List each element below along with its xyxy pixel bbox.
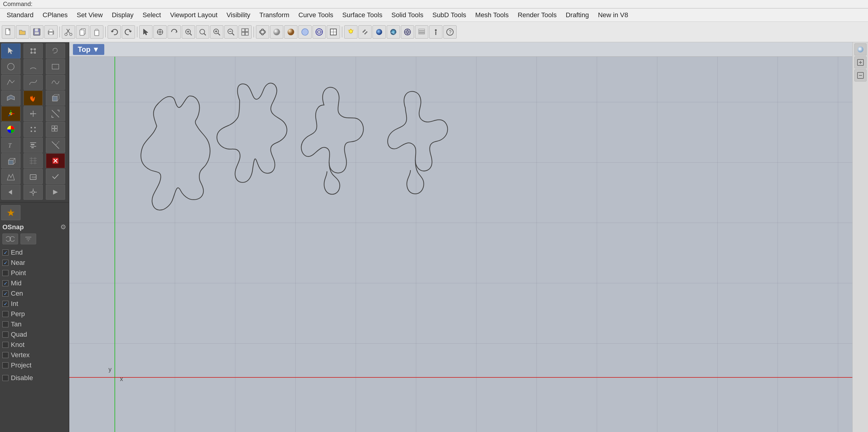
toolbar-new[interactable] xyxy=(2,25,15,39)
shape-3[interactable] xyxy=(301,87,364,173)
menu-setview[interactable]: Set View xyxy=(72,10,107,20)
toolbar-properties[interactable] xyxy=(429,25,442,39)
toolbar-cut[interactable] xyxy=(62,25,75,39)
toolbar-ghosted[interactable] xyxy=(299,25,312,39)
right-btn-2[interactable] xyxy=(855,56,867,68)
toolbar-zoom-in[interactable] xyxy=(210,25,223,39)
menu-solid-tools[interactable]: Solid Tools xyxy=(387,10,428,20)
toolbar-rendered[interactable] xyxy=(284,25,298,39)
osnap-checkbox-project[interactable] xyxy=(2,362,8,368)
osnap-checkbox-point[interactable] xyxy=(2,270,8,276)
menu-visibility[interactable]: Visibility xyxy=(222,10,255,20)
palette-curve[interactable] xyxy=(24,75,43,90)
palette-rect[interactable] xyxy=(46,59,65,74)
osnap-item-vertex[interactable]: Vertex xyxy=(2,350,66,360)
toolbar-save[interactable] xyxy=(30,25,43,39)
palette-freeform[interactable] xyxy=(46,75,65,90)
palette-triangle-right[interactable] xyxy=(46,184,65,200)
shape-4b[interactable] xyxy=(407,160,424,194)
palette-lasso[interactable] xyxy=(46,44,65,59)
palette-array[interactable] xyxy=(46,122,65,137)
osnap-item-tan[interactable]: Tan xyxy=(2,319,66,329)
toolbar-rotate[interactable] xyxy=(167,25,181,39)
osnap-checkbox-perp[interactable] xyxy=(2,311,8,317)
osnap-checkbox-knot[interactable] xyxy=(2,342,8,348)
toolbar-pan[interactable] xyxy=(153,25,167,39)
menu-select[interactable]: Select xyxy=(138,10,165,20)
palette-align[interactable] xyxy=(24,138,43,153)
toolbar-material[interactable] xyxy=(373,25,386,39)
menu-drafting[interactable]: Drafting xyxy=(561,10,593,20)
osnap-item-end[interactable]: ✓ End xyxy=(2,248,66,258)
toolbar-select-arrow[interactable] xyxy=(139,25,153,39)
palette-move[interactable] xyxy=(24,106,43,121)
toolbar-zoom-extent[interactable] xyxy=(182,25,195,39)
palette-color[interactable] xyxy=(1,122,21,137)
toolbar-paste[interactable] xyxy=(90,25,103,39)
osnap-checkbox-end[interactable]: ✓ xyxy=(2,250,8,256)
palette-control-pts[interactable] xyxy=(24,153,43,168)
shape-1[interactable] xyxy=(141,96,210,210)
palette-box[interactable] xyxy=(1,153,21,168)
osnap-checkbox-near[interactable]: ✓ xyxy=(2,260,8,266)
osnap-item-int[interactable]: ✓ Int xyxy=(2,299,66,309)
toolbar-environment[interactable] xyxy=(387,25,400,39)
osnap-checkbox-quad[interactable] xyxy=(2,332,8,338)
osnap-item-perp[interactable]: Perp xyxy=(2,309,66,319)
osnap-item-quad[interactable]: Quad xyxy=(2,329,66,340)
palette-cursor-left[interactable] xyxy=(1,184,21,200)
osnap-checkbox-mid[interactable]: ✓ xyxy=(2,280,8,286)
palette-points[interactable] xyxy=(24,44,43,59)
toolbar-print[interactable] xyxy=(44,25,58,39)
disable-row[interactable]: Disable xyxy=(2,372,66,384)
palette-orange-flame[interactable] xyxy=(24,90,43,106)
osnap-item-near[interactable]: ✓ Near xyxy=(2,258,66,268)
toolbar-shaded[interactable] xyxy=(270,25,283,39)
osnap-item-point[interactable]: Point xyxy=(2,268,66,278)
palette-gumball[interactable] xyxy=(1,106,21,121)
toolbar-point-cloud[interactable] xyxy=(358,25,372,39)
shape-4[interactable] xyxy=(388,91,447,171)
menu-transform[interactable]: Transform xyxy=(255,10,293,20)
toolbar-undo[interactable] xyxy=(107,25,121,39)
toolbar-zoom-window[interactable] xyxy=(196,25,209,39)
toolbar-zoom-out[interactable] xyxy=(224,25,238,39)
menu-mesh-tools[interactable]: Mesh Tools xyxy=(471,10,513,20)
menu-curve-tools[interactable]: Curve Tools xyxy=(294,10,338,20)
palette-dots[interactable] xyxy=(24,122,43,137)
menu-new-in-v8[interactable]: New in V8 xyxy=(594,10,632,20)
toolbar-redo[interactable] xyxy=(122,25,135,39)
toolbar-technical[interactable] xyxy=(327,25,340,39)
menu-standard[interactable]: Standard xyxy=(2,10,38,20)
osnap-item-cen[interactable]: ✓ Cen xyxy=(2,288,66,299)
osnap-item-knot[interactable]: Knot xyxy=(2,340,66,350)
toolbar-layer[interactable] xyxy=(415,25,428,39)
shape-2[interactable] xyxy=(217,83,287,182)
shape-3b[interactable] xyxy=(324,162,340,194)
viewport-canvas[interactable]: y x xyxy=(69,57,852,432)
palette-red-icon[interactable] xyxy=(46,153,65,168)
palette-arc[interactable] xyxy=(24,59,43,74)
palette-surface[interactable] xyxy=(1,90,21,106)
palette-solid[interactable] xyxy=(46,90,65,106)
osnap-checkbox-disable[interactable] xyxy=(2,375,8,381)
toolbar-wire[interactable] xyxy=(256,25,269,39)
menu-surface-tools[interactable]: Surface Tools xyxy=(338,10,387,20)
palette-text[interactable]: T xyxy=(1,138,21,153)
menu-render-tools[interactable]: Render Tools xyxy=(514,10,561,20)
toolbar-4view[interactable] xyxy=(239,25,252,39)
osnap-gear-icon[interactable]: ⚙ xyxy=(60,223,66,231)
palette-scale[interactable] xyxy=(46,106,65,121)
viewport-label-button[interactable]: Top ▼ xyxy=(73,44,104,55)
osnap-item-mid[interactable]: ✓ Mid xyxy=(2,278,66,288)
menu-display[interactable]: Display xyxy=(107,10,138,20)
menu-subd-tools[interactable]: SubD Tools xyxy=(428,10,470,20)
right-btn-3[interactable] xyxy=(855,69,867,82)
osnap-checkbox-cen[interactable]: ✓ xyxy=(2,290,8,296)
right-btn-1[interactable] xyxy=(855,44,867,56)
palette-metric[interactable]: mm xyxy=(24,169,43,184)
toolbar-light[interactable] xyxy=(344,25,358,39)
palette-polyline[interactable] xyxy=(1,75,21,90)
palette-subd[interactable] xyxy=(1,169,21,184)
palette-star[interactable] xyxy=(1,205,21,220)
